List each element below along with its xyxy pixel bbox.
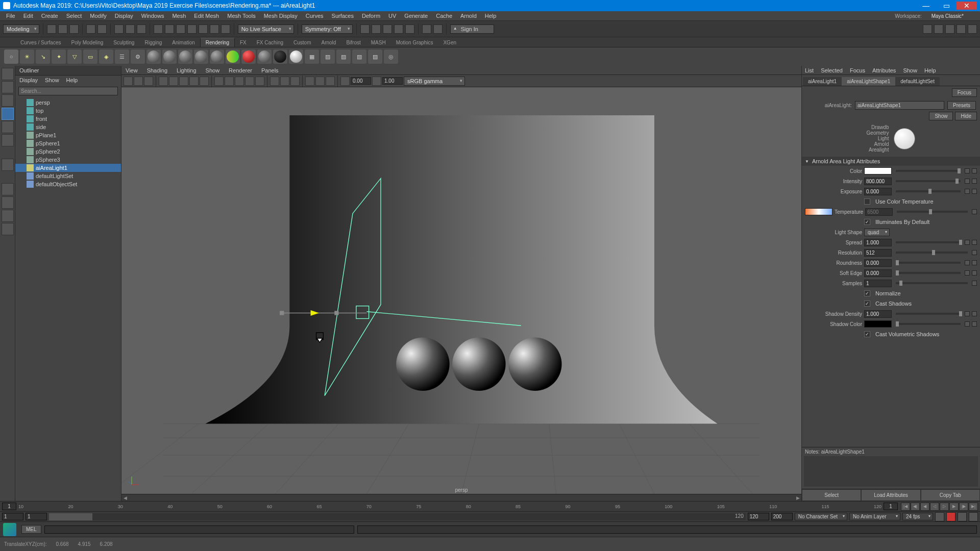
ramp-shader-icon[interactable] bbox=[289, 49, 303, 64]
attr-shadowdensity-map[interactable] bbox=[972, 311, 977, 316]
toggle-shelf-icon[interactable]: ○ bbox=[4, 49, 18, 64]
outliner-node-aiarealight1[interactable]: aiAreaLight1 bbox=[15, 164, 121, 172]
attr-shadowdensity-field[interactable]: 1.000 bbox=[864, 310, 892, 318]
attr-roundness-dot[interactable] bbox=[965, 260, 970, 265]
ae-load-button[interactable]: Load Attributes bbox=[861, 489, 920, 501]
ipr-render-icon[interactable] bbox=[372, 24, 381, 34]
shelf-tab-bifrost[interactable]: Bifrost bbox=[341, 38, 365, 47]
attr-intensity-field[interactable]: 800.000 bbox=[864, 178, 892, 185]
scroll-right-icon[interactable]: ▶ bbox=[794, 495, 801, 500]
snap-point-icon[interactable] bbox=[176, 24, 185, 34]
current-frame-left[interactable]: 1 bbox=[2, 503, 16, 510]
ae-section-arnold-attrs[interactable]: Arnold Area Light Attributes bbox=[802, 157, 980, 166]
prefs-gear-icon[interactable] bbox=[969, 512, 978, 521]
shelf-tab-fxcaching[interactable]: FX Caching bbox=[252, 38, 288, 47]
attr-temperature-map[interactable] bbox=[972, 209, 977, 214]
menu-edit[interactable]: Edit bbox=[19, 13, 37, 19]
attr-normalize-checkbox[interactable]: ✓ bbox=[864, 290, 870, 296]
attr-softedge-slider[interactable] bbox=[896, 272, 961, 274]
step-back-keyframe-icon[interactable]: ◀| bbox=[911, 503, 920, 511]
shelf-tab-motiongraphics[interactable]: Motion Graphics bbox=[391, 38, 438, 47]
shelf-tab-rigging[interactable]: Rigging bbox=[139, 38, 167, 47]
layered-shader-icon[interactable]: ▦ bbox=[305, 49, 319, 64]
render-settings-icon[interactable] bbox=[383, 24, 392, 34]
ae-notes-body[interactable] bbox=[804, 456, 978, 487]
menu-mesh[interactable]: Mesh bbox=[168, 13, 190, 19]
menu-editmesh[interactable]: Edit Mesh bbox=[190, 13, 223, 19]
menu-surfaces[interactable]: Surfaces bbox=[328, 13, 358, 19]
attr-intensity-slider[interactable] bbox=[896, 180, 961, 182]
layout-four-icon[interactable] bbox=[2, 196, 14, 209]
attr-samples-slider[interactable] bbox=[896, 282, 968, 284]
lasso-tool-icon[interactable] bbox=[2, 81, 14, 93]
outliner-menu-display[interactable]: Display bbox=[19, 77, 38, 83]
panel-layout-icon-4[interactable] bbox=[957, 24, 966, 34]
ae-menu-focus[interactable]: Focus bbox=[850, 67, 865, 73]
script-lang-dropdown[interactable]: MEL bbox=[21, 525, 41, 534]
attr-intensity-dot[interactable] bbox=[965, 179, 970, 184]
outliner-node-persp[interactable]: persp bbox=[15, 98, 121, 107]
vp-2d-icon[interactable] bbox=[159, 77, 168, 86]
ae-nodename-field[interactable]: aiAreaLightShape1 bbox=[855, 101, 944, 110]
workspace-dropdown[interactable]: Maya Classic* bbox=[927, 13, 968, 19]
snap-plane-icon[interactable] bbox=[187, 24, 197, 34]
attr-spread-slider[interactable] bbox=[896, 241, 961, 243]
vp-imageplane-icon[interactable] bbox=[144, 77, 153, 86]
rotate-tool-icon[interactable] bbox=[2, 121, 14, 133]
attr-usect-checkbox[interactable] bbox=[864, 198, 870, 205]
panel-layout-icon-3[interactable] bbox=[945, 24, 954, 34]
ae-menu-list[interactable]: List bbox=[805, 67, 814, 73]
vp-bookmark-icon[interactable] bbox=[134, 77, 143, 86]
command-input[interactable] bbox=[44, 525, 355, 534]
outliner-node-side[interactable]: side bbox=[15, 123, 121, 131]
hypershade-icon[interactable] bbox=[394, 24, 403, 34]
attr-softedge-dot[interactable] bbox=[965, 270, 970, 276]
vp-menu-renderer[interactable]: Renderer bbox=[229, 67, 252, 73]
menu-curves[interactable]: Curves bbox=[302, 13, 328, 19]
viewport-range-mini[interactable]: ◀ ▶ bbox=[121, 494, 801, 501]
vp-shadows-icon[interactable] bbox=[255, 77, 264, 86]
blinn-icon[interactable] bbox=[257, 49, 272, 64]
point-light-icon[interactable]: ✦ bbox=[52, 49, 66, 64]
shelf-tab-fx[interactable]: FX bbox=[235, 38, 252, 47]
attr-shadowcolor-slider[interactable] bbox=[896, 323, 961, 325]
shelf-tab-mash[interactable]: MASH bbox=[366, 38, 391, 47]
open-scene-icon[interactable] bbox=[58, 24, 67, 34]
attr-roundness-field[interactable]: 0.000 bbox=[864, 259, 892, 267]
shelf-tab-animation[interactable]: Animation bbox=[167, 38, 200, 47]
vp-wireframe-icon[interactable] bbox=[214, 77, 224, 86]
attr-spread-field[interactable]: 1.000 bbox=[864, 239, 892, 246]
render-frame-icon[interactable] bbox=[360, 24, 370, 34]
menu-windows[interactable]: Windows bbox=[137, 13, 168, 19]
attr-temperature-slider[interactable] bbox=[897, 211, 968, 213]
panel-layout-icon-5[interactable] bbox=[968, 24, 977, 34]
layout-outliner-icon[interactable] bbox=[2, 223, 14, 235]
menu-meshdisplay[interactable]: Mesh Display bbox=[260, 13, 302, 19]
play-forward-icon[interactable]: ▷ bbox=[940, 503, 949, 511]
range-playback-end[interactable]: 120 bbox=[748, 513, 769, 520]
material-swatch[interactable] bbox=[894, 128, 915, 149]
texture-icon-2[interactable]: ▨ bbox=[336, 49, 351, 64]
save-scene-icon[interactable] bbox=[69, 24, 79, 34]
outliner-node-psphere2[interactable]: pSphere2 bbox=[15, 147, 121, 156]
sel-object-icon[interactable] bbox=[126, 24, 135, 34]
layout-two-icon[interactable] bbox=[2, 210, 14, 222]
range-slider[interactable]: 1 1 120 120 200 No Character Set No Anim… bbox=[0, 511, 980, 521]
ae-copy-button[interactable]: Copy Tab bbox=[921, 489, 980, 501]
menu-generate[interactable]: Generate bbox=[400, 13, 432, 19]
vp-lights-icon[interactable] bbox=[245, 77, 254, 86]
vp-xray-joints-icon[interactable] bbox=[290, 77, 300, 86]
attr-softedge-field[interactable]: 0.000 bbox=[864, 269, 892, 277]
last-tool-icon[interactable] bbox=[2, 159, 14, 171]
attr-resolution-slider[interactable] bbox=[896, 252, 968, 254]
ae-focus-button[interactable]: Focus bbox=[952, 88, 977, 97]
attr-temperature-field[interactable]: 6500 bbox=[865, 208, 893, 216]
shelf-tab-arnold[interactable]: Arnold bbox=[316, 38, 341, 47]
step-forward-icon[interactable]: ▶ bbox=[949, 503, 959, 511]
attr-shadowdensity-dot[interactable] bbox=[965, 311, 970, 316]
key-status-icon[interactable] bbox=[958, 512, 967, 521]
ae-tab-transform[interactable]: aiAreaLight1 bbox=[803, 77, 842, 86]
attr-samples-field[interactable]: 1 bbox=[864, 280, 892, 287]
vp-colormgmt-dropdown[interactable]: sRGB gamma bbox=[404, 77, 465, 86]
range-end-field[interactable]: 200 bbox=[771, 513, 793, 520]
